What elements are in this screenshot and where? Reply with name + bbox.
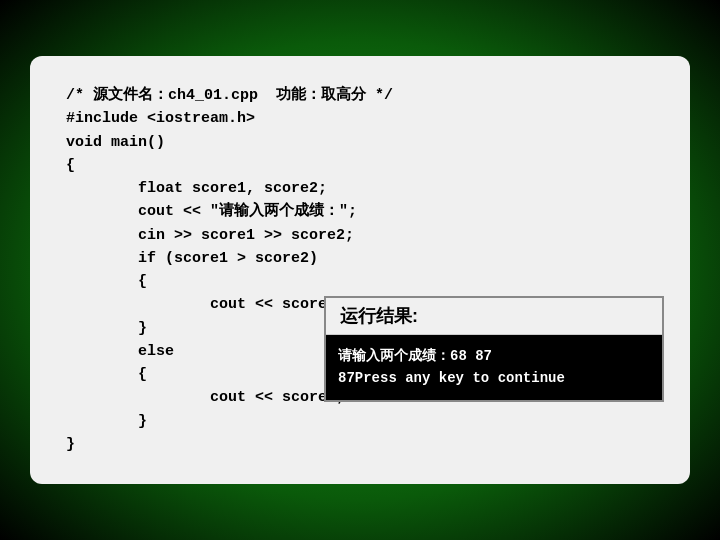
result-title: 运行结果: <box>326 298 662 335</box>
result-console: 请输入两个成绩：68 87 87Press any key to continu… <box>326 335 662 400</box>
main-card: /* 源文件名：ch4_01.cpp 功能：取高分 */ #include <i… <box>30 56 690 484</box>
result-popup: 运行结果: 请输入两个成绩：68 87 87Press any key to c… <box>324 296 664 402</box>
